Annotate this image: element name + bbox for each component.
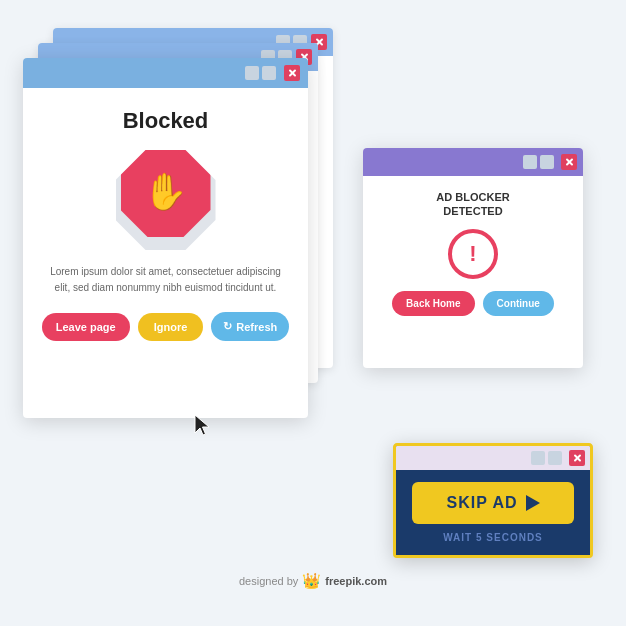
leave-page-button[interactable]: Leave page xyxy=(42,313,130,341)
hand-icon: ✋ xyxy=(143,174,188,210)
action-buttons: Leave page Ignore ↻ Refresh xyxy=(42,312,290,341)
main-window-close[interactable] xyxy=(284,65,300,81)
skip-ad-label: SKIP AD xyxy=(446,494,517,512)
ad-blocker-buttons: Back Home Continue xyxy=(392,291,554,316)
footer-brand: freepik.com xyxy=(325,575,387,587)
ad-dot-2 xyxy=(540,155,554,169)
skip-dot-1 xyxy=(531,451,545,465)
main-blocked-window: Blocked ✋ Lorem ipsum dolor sit amet, co… xyxy=(23,58,308,418)
stop-sign-container: ✋ xyxy=(116,150,216,250)
continue-button[interactable]: Continue xyxy=(483,291,554,316)
ad-blocker-window: AD BLOCKERDETECTED ! Back Home Continue xyxy=(363,148,583,368)
wait-text: WAIT 5 SECONDS xyxy=(443,532,543,543)
refresh-label: Refresh xyxy=(236,321,277,333)
stop-sign: ✋ xyxy=(121,147,211,237)
ad-blocker-content: AD BLOCKERDETECTED ! Back Home Continue xyxy=(363,176,583,330)
ignore-button[interactable]: Ignore xyxy=(138,313,204,341)
mouse-cursor xyxy=(193,413,213,443)
skip-ad-close[interactable] xyxy=(569,450,585,466)
lorem-text: Lorem ipsum dolor sit amet, consectetuer… xyxy=(47,264,284,296)
main-scene: Blocked ✋ Lorem ipsum dolor sit amet, co… xyxy=(23,28,603,598)
refresh-icon: ↻ xyxy=(223,320,232,333)
footer-designed-by: designed by xyxy=(239,575,298,587)
ad-blocker-close[interactable] xyxy=(561,154,577,170)
skip-ad-bar xyxy=(396,446,590,470)
skip-dot-2 xyxy=(548,451,562,465)
warning-circle: ! xyxy=(448,229,498,279)
ad-dot-1 xyxy=(523,155,537,169)
freepik-logo-icon: 👑 xyxy=(302,572,321,590)
exclamation-icon: ! xyxy=(469,243,476,265)
main-dot-2 xyxy=(262,66,276,80)
footer: designed by 👑 freepik.com xyxy=(239,572,387,590)
main-window-bar xyxy=(23,58,308,88)
blocked-title: Blocked xyxy=(123,108,209,134)
main-window-content: Blocked ✋ Lorem ipsum dolor sit amet, co… xyxy=(23,88,308,361)
ad-blocker-dots xyxy=(523,155,554,169)
skip-ad-window: SKIP AD WAIT 5 SECONDS xyxy=(393,443,593,558)
skip-ad-content: SKIP AD WAIT 5 SECONDS xyxy=(396,470,590,555)
ad-blocker-bar xyxy=(363,148,583,176)
play-icon xyxy=(526,495,540,511)
main-dot-1 xyxy=(245,66,259,80)
skip-ad-button[interactable]: SKIP AD xyxy=(412,482,574,524)
ad-blocker-title: AD BLOCKERDETECTED xyxy=(436,190,509,219)
back-home-button[interactable]: Back Home xyxy=(392,291,474,316)
refresh-button[interactable]: ↻ Refresh xyxy=(211,312,289,341)
main-window-dots xyxy=(245,66,276,80)
skip-ad-dots xyxy=(531,451,562,465)
